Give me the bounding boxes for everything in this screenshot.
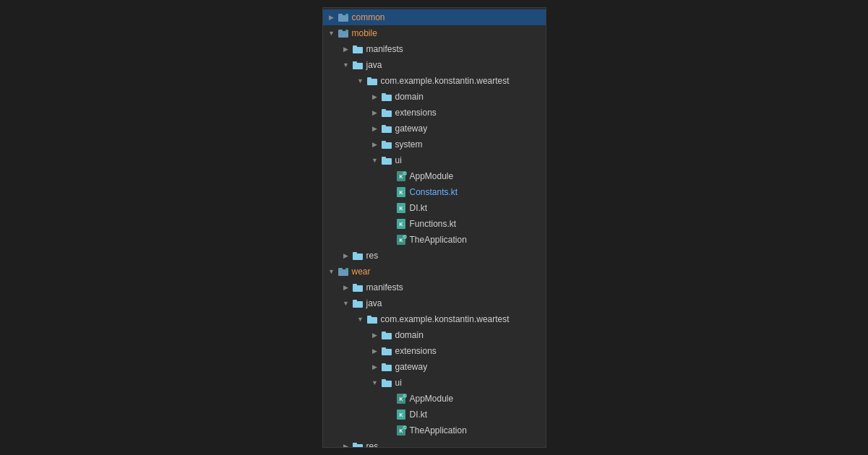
toggle-wear-domain[interactable] <box>369 329 381 341</box>
tree-item-mobile-theapplication[interactable]: K C TheApplication <box>323 232 546 248</box>
toggle-wear[interactable] <box>326 266 338 277</box>
toggle-wear-ui[interactable] <box>369 377 381 389</box>
toggle-mobile-system[interactable] <box>369 139 381 150</box>
svg-text:C: C <box>403 235 406 239</box>
svg-rect-11 <box>367 77 371 79</box>
tree-item-mobile-extensions[interactable]: extensions <box>323 105 546 121</box>
file-icon-constants: K <box>395 186 407 198</box>
svg-rect-2 <box>345 14 348 17</box>
svg-rect-40 <box>345 268 348 271</box>
tree-label-wear-manifests: manifests <box>366 282 403 292</box>
tree-item-wear-appmodule[interactable]: K C AppModule <box>323 391 546 407</box>
toggle-mobile-extensions[interactable] <box>369 107 381 118</box>
toggle-wear-package[interactable] <box>355 313 366 325</box>
toggle-wear-gateway[interactable] <box>369 361 381 373</box>
toggle-mobile[interactable] <box>326 27 338 39</box>
file-icon-di: K <box>395 202 407 214</box>
toggle-mobile-gateway[interactable] <box>369 123 381 134</box>
tree-label-mobile-gateway: gateway <box>395 124 428 134</box>
svg-rect-6 <box>353 47 363 53</box>
tree-item-mobile-gateway[interactable]: gateway <box>323 121 546 136</box>
svg-rect-42 <box>353 284 357 286</box>
svg-text:K: K <box>399 222 403 227</box>
toggle-common[interactable] <box>326 12 338 23</box>
tree-item-mobile-domain[interactable]: domain <box>323 89 546 105</box>
tree-item-mobile[interactable]: mobile <box>323 25 546 41</box>
tree-label-mobile: mobile <box>352 28 377 38</box>
svg-rect-66 <box>353 443 357 445</box>
svg-text:K: K <box>399 428 403 433</box>
tree-item-mobile-constants[interactable]: K Constants.kt <box>323 184 546 200</box>
svg-rect-51 <box>382 365 392 371</box>
tree-label-mobile-system: system <box>395 139 423 150</box>
folder-icon-wear-res <box>352 441 364 448</box>
svg-text:K: K <box>399 206 403 211</box>
tree-item-mobile-java[interactable]: java <box>323 57 546 73</box>
svg-rect-4 <box>338 30 343 32</box>
toggle-mobile-ui[interactable] <box>369 155 381 166</box>
tree-label-mobile-java: java <box>366 60 382 70</box>
tree-item-mobile-ui[interactable]: ui <box>323 152 546 168</box>
svg-rect-46 <box>367 316 371 318</box>
folder-icon-wear-ui <box>381 377 392 389</box>
project-tree-panel[interactable]: common mobile manifests java <box>322 7 546 448</box>
toggle-wear-res[interactable] <box>340 441 352 448</box>
tree-label-wear-java: java <box>366 298 382 308</box>
tree-item-wear-di[interactable]: K DI.kt <box>323 407 546 422</box>
tree-item-mobile-appmodule[interactable]: K C AppModule <box>323 168 546 184</box>
svg-rect-44 <box>353 300 357 302</box>
tree-item-wear-theapplication[interactable]: K C TheApplication <box>323 422 546 438</box>
file-icon-wear-di: K <box>395 409 407 420</box>
tree-item-mobile-di[interactable]: K DI.kt <box>323 200 546 216</box>
tree-item-wear-domain[interactable]: domain <box>323 327 546 343</box>
svg-rect-8 <box>353 63 363 69</box>
file-icon-functions: K <box>395 218 407 230</box>
tree-item-wear-ui[interactable]: ui <box>323 375 546 391</box>
svg-rect-20 <box>382 158 392 165</box>
tree-label-wear-extensions: extensions <box>395 346 437 356</box>
svg-rect-52 <box>382 363 386 365</box>
svg-rect-39 <box>338 268 343 270</box>
tree-item-wear-extensions[interactable]: extensions <box>323 343 546 359</box>
svg-text:K: K <box>399 174 403 179</box>
tree-label-mobile-extensions: extensions <box>395 108 437 118</box>
svg-rect-1 <box>338 14 343 16</box>
file-icon-appmodule: K C <box>395 170 407 182</box>
tree-item-mobile-package[interactable]: com.example.konstantin.weartest <box>323 73 546 89</box>
svg-rect-19 <box>382 141 386 143</box>
svg-rect-17 <box>382 125 386 127</box>
svg-rect-9 <box>353 61 357 64</box>
tree-item-wear-manifests[interactable]: manifests <box>323 280 546 295</box>
toggle-mobile-java[interactable] <box>340 59 352 71</box>
tree-label-wear-gateway: gateway <box>395 362 428 372</box>
tree-label-mobile-functions: Functions.kt <box>410 219 457 229</box>
tree-label-mobile-theapplication: TheApplication <box>410 235 467 245</box>
tree-item-wear-package[interactable]: com.example.konstantin.weartest <box>323 311 546 327</box>
tree-item-wear-res[interactable]: res <box>323 438 546 448</box>
tree-item-mobile-manifests[interactable]: manifests <box>323 41 546 57</box>
tree-item-wear[interactable]: wear <box>323 264 546 280</box>
tree-item-mobile-res[interactable]: res <box>323 248 546 264</box>
toggle-wear-manifests[interactable] <box>340 282 352 293</box>
tree-item-common[interactable]: common <box>323 9 546 25</box>
svg-rect-41 <box>353 285 363 292</box>
tree-item-wear-java[interactable]: java <box>323 295 546 311</box>
tree-item-wear-gateway[interactable]: gateway <box>323 359 546 375</box>
folder-module-icon-mobile <box>338 27 349 39</box>
tree-item-mobile-system[interactable]: system <box>323 136 546 152</box>
tree-label-wear-di: DI.kt <box>410 410 428 420</box>
tree-label-wear-res: res <box>366 441 379 448</box>
tree-label-wear-domain: domain <box>395 330 424 340</box>
toggle-mobile-res[interactable] <box>340 250 352 261</box>
tree-label-wear-theapplication: TheApplication <box>410 425 467 436</box>
svg-rect-53 <box>382 381 392 387</box>
toggle-mobile-domain[interactable] <box>369 91 381 103</box>
toggle-mobile-manifests[interactable] <box>340 43 352 55</box>
folder-icon-gateway <box>381 123 392 134</box>
toggle-wear-java[interactable] <box>340 298 352 309</box>
toggle-mobile-package[interactable] <box>355 75 366 87</box>
tree-item-mobile-functions[interactable]: K Functions.kt <box>323 216 546 232</box>
svg-rect-16 <box>382 126 392 133</box>
file-icon-theapplication: K C <box>395 234 407 246</box>
toggle-wear-extensions[interactable] <box>369 345 381 357</box>
